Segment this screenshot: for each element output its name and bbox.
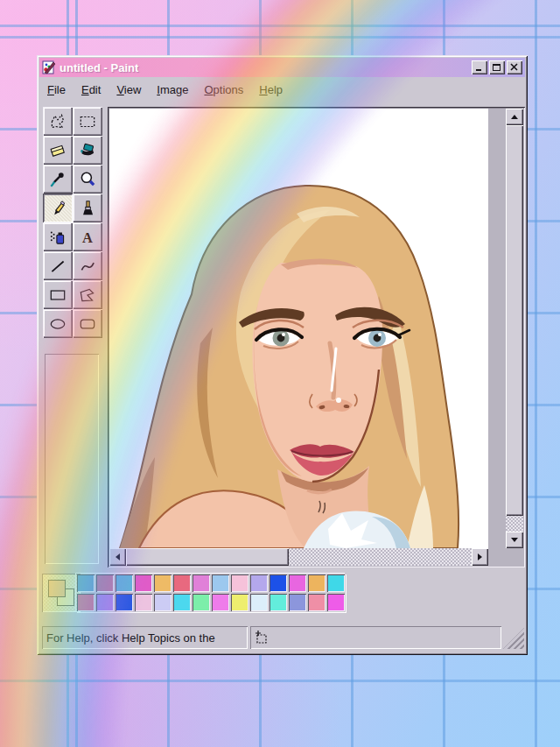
menu-edit[interactable]: Edit: [74, 81, 108, 99]
color-swatch[interactable]: [116, 574, 133, 592]
vertical-scrollbar[interactable]: [506, 109, 523, 548]
color-swatch[interactable]: [308, 594, 326, 611]
paint-app-icon: [42, 60, 56, 74]
tool-palette: A: [43, 107, 102, 338]
menu-view[interactable]: View: [108, 81, 149, 99]
tool-pick-color-button[interactable]: [43, 165, 73, 194]
color-swatch-grid: [76, 574, 346, 612]
tool-polygon-button[interactable]: [73, 280, 102, 309]
tool-options-box: [45, 354, 99, 564]
close-button[interactable]: [507, 60, 522, 74]
scroll-up-icon: [511, 115, 518, 119]
swatch-row-top: [76, 574, 346, 593]
tool-rectangle-button[interactable]: [43, 280, 73, 309]
color-swatch[interactable]: [96, 594, 114, 611]
tool-curve-button[interactable]: [73, 251, 102, 280]
horizontal-scroll-thumb[interactable]: [126, 548, 289, 566]
window-resize-grip[interactable]: [503, 628, 524, 649]
status-bar: For Help, click Help Topics on the: [39, 624, 525, 651]
title-bar[interactable]: untitled - Paint: [39, 58, 525, 77]
scroll-down-button[interactable]: [506, 532, 523, 548]
current-colors-indicator: [42, 574, 80, 612]
tool-select-button[interactable]: [73, 107, 102, 136]
color-swatch[interactable]: [192, 574, 210, 592]
polygon-icon: [78, 285, 97, 305]
fill-with-color-icon: [78, 141, 97, 160]
color-swatch[interactable]: [154, 574, 172, 592]
status-position-panel: [250, 626, 501, 649]
color-swatch[interactable]: [192, 594, 210, 611]
maximize-icon: [493, 63, 501, 72]
horizontal-scrollbar[interactable]: [109, 548, 488, 566]
color-swatch[interactable]: [270, 594, 287, 611]
color-swatch[interactable]: [135, 574, 152, 592]
color-swatch[interactable]: [250, 594, 268, 611]
color-swatch[interactable]: [173, 594, 191, 611]
color-swatch[interactable]: [212, 594, 229, 611]
maximize-button[interactable]: [489, 60, 505, 74]
magnifier-icon: [78, 170, 97, 189]
color-swatch[interactable]: [289, 594, 306, 611]
close-icon: [510, 63, 519, 72]
selection-cursor-icon: [254, 630, 270, 645]
paint-window: untitled - Paint File Edit View Image Op…: [37, 55, 528, 655]
minimize-icon: [475, 63, 484, 72]
color-swatch[interactable]: [327, 574, 345, 592]
tool-free-form-select-button[interactable]: [43, 107, 73, 136]
color-swatch[interactable]: [116, 594, 133, 611]
color-bar: [39, 574, 525, 616]
scroll-left-icon: [116, 553, 120, 560]
rounded-rectangle-icon: [78, 314, 97, 334]
color-swatch[interactable]: [154, 594, 172, 611]
color-swatch[interactable]: [327, 594, 345, 611]
scroll-up-button[interactable]: [506, 109, 523, 125]
tool-airbrush-button[interactable]: [43, 222, 73, 251]
tool-brush-button[interactable]: [73, 194, 102, 222]
tool-rounded-rectangle-button[interactable]: [73, 309, 102, 338]
color-swatch[interactable]: [231, 574, 248, 592]
vertical-scroll-thumb[interactable]: [506, 125, 523, 516]
color-swatch[interactable]: [173, 574, 191, 592]
line-icon: [48, 257, 67, 276]
color-swatch[interactable]: [270, 574, 287, 592]
pencil-icon: [48, 199, 67, 218]
menu-help[interactable]: Help: [251, 81, 290, 99]
color-swatch[interactable]: [289, 574, 306, 592]
portrait-artwork: [109, 109, 488, 548]
color-swatch[interactable]: [212, 574, 229, 592]
tool-magnifier-button[interactable]: [73, 165, 102, 194]
curve-icon: [78, 257, 97, 276]
tool-eraser-button[interactable]: [43, 136, 73, 165]
status-help-text: For Help, click Help Topics on the: [46, 631, 215, 645]
color-swatch[interactable]: [250, 574, 268, 592]
brush-icon: [78, 199, 97, 218]
tool-ellipse-button[interactable]: [43, 309, 73, 338]
tool-pencil-button[interactable]: [43, 194, 73, 222]
eraser-icon: [48, 141, 67, 160]
menu-bar: File Edit View Image Options Help: [39, 79, 525, 100]
scroll-left-button[interactable]: [109, 548, 126, 566]
scroll-right-button[interactable]: [472, 548, 488, 566]
tool-text-button[interactable]: A: [73, 222, 102, 251]
drawing-canvas[interactable]: [109, 109, 488, 548]
minimize-button[interactable]: [472, 60, 487, 74]
svg-text:A: A: [82, 229, 93, 245]
color-swatch[interactable]: [77, 594, 94, 611]
menu-image[interactable]: Image: [149, 81, 196, 99]
scroll-right-icon: [478, 553, 482, 560]
airbrush-icon: [48, 228, 67, 247]
canvas-frame: [108, 107, 525, 567]
menu-file[interactable]: File: [39, 81, 74, 99]
tool-fill-button[interactable]: [73, 136, 102, 165]
color-swatch[interactable]: [77, 574, 94, 592]
color-swatch[interactable]: [96, 574, 114, 592]
ellipse-icon: [48, 314, 67, 334]
color-swatch[interactable]: [135, 594, 152, 611]
menu-options[interactable]: Options: [196, 81, 251, 99]
color-swatch[interactable]: [308, 574, 326, 592]
color-swatch[interactable]: [231, 594, 248, 611]
window-title: untitled - Paint: [60, 61, 470, 74]
tool-line-button[interactable]: [43, 251, 73, 280]
pick-color-icon: [48, 170, 67, 189]
swatch-row-bottom: [76, 593, 346, 612]
